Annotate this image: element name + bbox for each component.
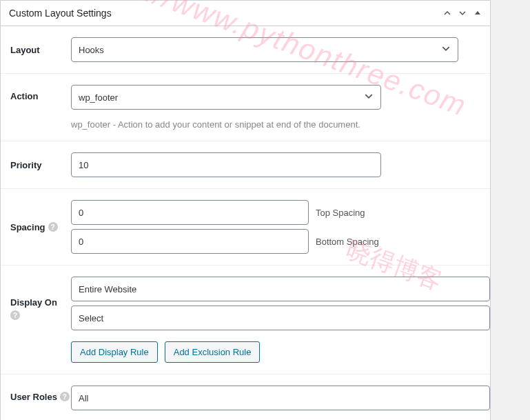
add-display-rule-button[interactable]: Add Display Rule [71, 341, 158, 363]
layout-label: Layout [10, 37, 71, 62]
user-roles-value: All [79, 393, 88, 403]
help-icon[interactable]: ? [10, 310, 20, 320]
priority-label: Priority [10, 152, 71, 177]
chevron-down-icon [441, 44, 451, 56]
display-include-value: Entire Website [79, 284, 136, 294]
add-exclusion-rule-button[interactable]: Add Exclusion Rule [165, 341, 261, 363]
action-row: Action wp_footer wp_footer - Action to a… [1, 74, 490, 141]
spacing-row: Spacing ? Top Spacing Bottom Spacing [1, 189, 490, 266]
panel-header: Custom Layout Settings [1, 1, 490, 26]
display-on-row: Display On ? Entire Website Select Add D… [1, 266, 490, 374]
collapse-icon[interactable] [473, 9, 482, 17]
move-down-icon[interactable] [458, 9, 467, 17]
display-exclude-select[interactable]: Select [71, 306, 490, 330]
action-select-value: wp_footer [79, 92, 118, 103]
user-roles-label: User Roles ? [10, 386, 71, 420]
top-spacing-input[interactable] [71, 200, 309, 225]
help-icon[interactable]: ? [60, 392, 70, 401]
bottom-spacing-input[interactable] [71, 229, 309, 254]
action-hint: wp_footer - Action to add your content o… [71, 119, 490, 130]
chevron-down-icon [364, 92, 374, 103]
priority-row: Priority [1, 141, 490, 189]
action-label: Action [10, 85, 71, 130]
move-up-icon[interactable] [443, 9, 451, 17]
settings-panel: Custom Layout Settings Layout Hooks [0, 0, 491, 420]
bottom-spacing-label: Bottom Spacing [316, 237, 379, 247]
top-spacing-label: Top Spacing [316, 208, 365, 218]
display-exclude-value: Select [79, 313, 103, 323]
display-on-label: Display On ? [10, 277, 71, 363]
action-select[interactable]: wp_footer [71, 85, 381, 110]
panel-title: Custom Layout Settings [9, 8, 112, 19]
spacing-label: Spacing ? [10, 200, 71, 254]
user-roles-row: User Roles ? All Add User Rule [1, 374, 490, 420]
help-icon[interactable]: ? [48, 222, 58, 232]
layout-select[interactable]: Hooks [71, 37, 458, 62]
panel-controls [443, 9, 482, 17]
layout-select-value: Hooks [79, 45, 104, 55]
user-roles-select[interactable]: All [71, 386, 490, 410]
layout-row: Layout Hooks [1, 26, 490, 74]
priority-input[interactable] [71, 152, 381, 177]
display-include-select[interactable]: Entire Website [71, 277, 490, 301]
